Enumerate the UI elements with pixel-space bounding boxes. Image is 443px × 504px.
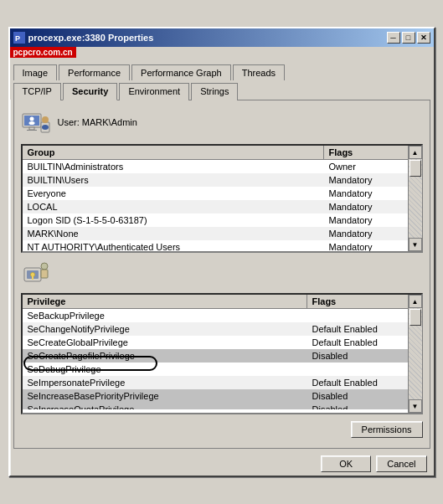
tab-bar-row2: TCP/IP Security Environment Strings <box>10 79 434 100</box>
tab-environment[interactable]: Environment <box>119 83 189 100</box>
privilege-name: SeChangeNotifyPrivilege <box>23 323 307 335</box>
minimize-button[interactable]: ─ <box>387 32 400 44</box>
tab-bar-row1: Image Performance Performance Graph Thre… <box>10 60 434 80</box>
group-name: NT AUTHORITY\Authenticated Users <box>23 241 324 251</box>
groups-table: Group Flags BUILTIN\Administrators Owner… <box>21 144 423 253</box>
privilege-flag: Default Enabled <box>307 323 408 335</box>
tab-security[interactable]: Security <box>63 83 117 100</box>
svg-rect-6 <box>27 130 37 131</box>
priv-scroll-down-btn[interactable]: ▼ <box>409 399 422 413</box>
svg-rect-16 <box>32 276 33 280</box>
group-flag: Mandatory <box>324 214 408 226</box>
group-flag: Owner <box>324 161 408 172</box>
title-bar: P procexp.exe:3380 Properties ─ □ ✕ <box>10 28 434 47</box>
privileges-table-header: Privilege Flags <box>23 295 408 309</box>
title-bar-text: P procexp.exe:3380 Properties <box>13 32 154 44</box>
scroll-down-btn[interactable]: ▼ <box>409 238 422 251</box>
svg-point-11 <box>42 125 49 130</box>
table-row[interactable]: MARK\None Mandatory <box>23 227 408 240</box>
user-label: User: MARK\Admin <box>58 117 137 127</box>
tab-performance[interactable]: Performance <box>59 64 130 80</box>
user-section: User: MARK\Admin <box>21 107 423 137</box>
privileges-section: Privilege Flags SeBackupPrivilege SeChan… <box>21 260 423 414</box>
close-button[interactable]: ✕ <box>417 32 430 44</box>
privilege-name: SeIncreaseBasePriorityPrivilege <box>23 390 307 402</box>
priv-scroll-up-btn[interactable]: ▲ <box>409 295 422 308</box>
table-row[interactable]: NT AUTHORITY\Authenticated Users Mandato… <box>23 240 408 251</box>
svg-point-17 <box>41 263 48 270</box>
privilege-col-privilege: Privilege <box>23 295 307 308</box>
groups-col-flags: Flags <box>324 146 408 159</box>
groups-table-header: Group Flags <box>23 146 408 160</box>
window-controls: ─ □ ✕ <box>387 32 430 44</box>
group-name: MARK\None <box>23 228 324 239</box>
scroll-track[interactable] <box>409 159 422 238</box>
table-row[interactable]: SeDebugPrivilege <box>23 363 408 376</box>
table-row[interactable]: Everyone Mandatory <box>23 187 408 200</box>
tab-threads[interactable]: Threads <box>233 64 285 80</box>
privileges-scrollbar[interactable]: ▲ ▼ <box>408 295 421 413</box>
permissions-button[interactable]: Permissions <box>351 421 423 438</box>
svg-point-10 <box>42 116 49 123</box>
group-flag: Mandatory <box>324 241 408 251</box>
svg-text:P: P <box>15 34 20 43</box>
privilege-section-header <box>21 260 423 290</box>
svg-point-7 <box>29 117 33 121</box>
groups-table-inner: Group Flags BUILTIN\Administrators Owner… <box>23 146 408 251</box>
table-row[interactable]: SeCreateGlobalPrivilege Default Enabled <box>23 336 408 349</box>
groups-col-group: Group <box>23 146 324 159</box>
group-name: BUILTIN\Administrators <box>23 161 324 172</box>
title-bar-icon: P <box>13 32 25 44</box>
user-icon <box>21 107 51 137</box>
main-window: P procexp.exe:3380 Properties ─ □ ✕ pcpc… <box>8 27 435 477</box>
group-flag: Mandatory <box>324 188 408 199</box>
table-row[interactable]: SeBackupPrivilege <box>23 309 408 322</box>
cancel-button[interactable]: Cancel <box>376 455 426 472</box>
table-row[interactable]: BUILTIN\Administrators Owner <box>23 160 408 173</box>
tab-content-security: User: MARK\Admin Group Flags BUILTIN\Adm… <box>13 100 430 449</box>
priv-scroll-thumb[interactable] <box>410 309 421 326</box>
privilege-flag: Disabled <box>307 350 408 362</box>
tab-strings[interactable]: Strings <box>191 83 238 100</box>
maximize-button[interactable]: □ <box>402 32 415 44</box>
privilege-flag: Default Enabled <box>307 377 408 388</box>
privilege-flag <box>307 310 408 321</box>
table-row[interactable]: Logon SID (S-1-5-5-0-63187) Mandatory <box>23 213 408 227</box>
privilege-name: SeBackupPrivilege <box>23 310 307 321</box>
privileges-table: Privilege Flags SeBackupPrivilege SeChan… <box>21 293 423 414</box>
svg-rect-5 <box>29 127 34 130</box>
svg-point-15 <box>30 273 34 277</box>
table-row[interactable]: SeCreatePagefilePrivilege Disabled <box>23 349 408 363</box>
ok-button[interactable]: OK <box>321 455 371 472</box>
privilege-name: SeIncreaseQuotaPrivilege <box>23 404 307 409</box>
group-flag: Mandatory <box>324 174 408 186</box>
group-name: BUILTIN\Users <box>23 174 324 186</box>
group-name: Everyone <box>23 188 324 199</box>
groups-table-body[interactable]: BUILTIN\Administrators Owner BUILTIN\Use… <box>23 160 408 251</box>
table-row[interactable]: SeChangeNotifyPrivilege Default Enabled <box>23 322 408 336</box>
permissions-row: Permissions <box>21 421 423 438</box>
scroll-thumb[interactable] <box>410 160 421 177</box>
window-title: procexp.exe:3380 Properties <box>28 33 154 43</box>
tab-image[interactable]: Image <box>13 64 58 80</box>
table-row[interactable]: LOCAL Mandatory <box>23 200 408 213</box>
group-flag: Mandatory <box>324 201 408 213</box>
table-row[interactable]: SeImpersonatePrivilege Default Enabled <box>23 376 408 389</box>
watermark: pcpcro.com.cn <box>10 47 76 58</box>
privilege-flag: Default Enabled <box>307 337 408 348</box>
tab-performance-graph[interactable]: Performance Graph <box>131 64 231 80</box>
groups-scrollbar[interactable]: ▲ ▼ <box>408 146 421 251</box>
scroll-up-btn[interactable]: ▲ <box>409 146 422 159</box>
table-row[interactable]: SeIncreaseBasePriorityPrivilege Disabled <box>23 389 408 403</box>
privileges-table-body[interactable]: SeBackupPrivilege SeChangeNotifyPrivileg… <box>23 309 408 409</box>
table-row[interactable]: BUILTIN\Users Mandatory <box>23 173 408 187</box>
group-name: Logon SID (S-1-5-5-0-63187) <box>23 214 324 226</box>
tab-tcpip[interactable]: TCP/IP <box>13 83 61 100</box>
privilege-name: SeCreatePagefilePrivilege <box>23 350 307 362</box>
bottom-buttons: OK Cancel <box>10 452 434 476</box>
table-row[interactable]: SeIncreaseQuotaPrivilege Disabled <box>23 403 408 409</box>
privilege-name: SeDebugPrivilege <box>23 363 307 375</box>
privileges-icon <box>21 260 51 290</box>
priv-scroll-track[interactable] <box>409 308 422 399</box>
privileges-table-inner: Privilege Flags SeBackupPrivilege SeChan… <box>23 295 408 413</box>
